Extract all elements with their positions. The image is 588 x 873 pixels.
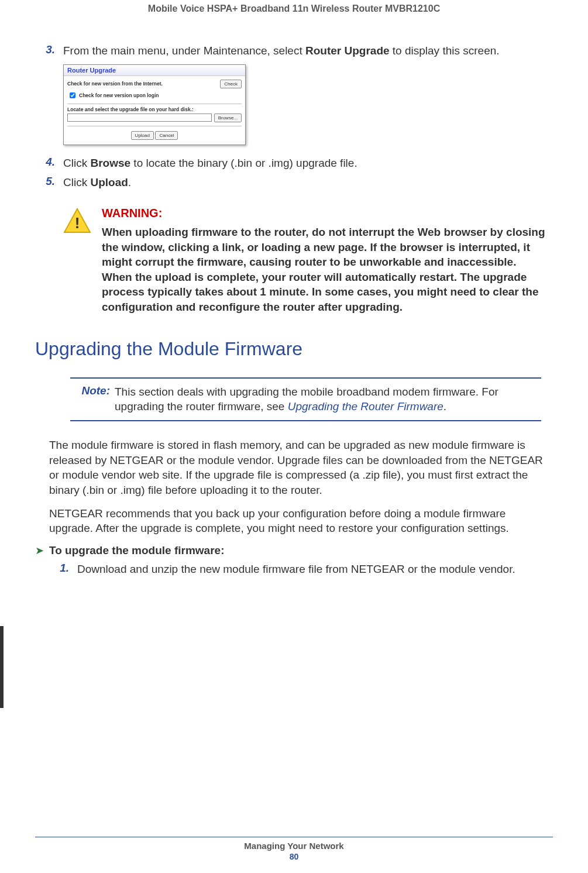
step-b1: 1. Download and unzip the new module fir…: [49, 562, 553, 577]
check-internet-label: Check for new version from the Internet.: [67, 81, 163, 87]
page-header: Mobile Voice HSPA+ Broadband 11n Wireles…: [35, 0, 553, 14]
step-text: Download and unzip the new module firmwa…: [77, 562, 515, 577]
arrow-icon: ➤: [35, 544, 49, 557]
text: .: [128, 176, 131, 188]
check-login-checkbox[interactable]: [70, 92, 75, 98]
text: .: [443, 400, 446, 413]
text: Click: [63, 176, 90, 188]
page-footer: Managing Your Network 80: [35, 837, 553, 861]
step-number: 1.: [49, 562, 77, 577]
text: to display this screen.: [390, 44, 500, 57]
step-4: 4. Click Browse to locate the binary (.b…: [35, 156, 553, 171]
bold: Router Upgrade: [305, 44, 390, 57]
side-tab: [0, 626, 4, 708]
warning-block: ! WARNING: When uploading firmware to th…: [63, 207, 553, 315]
procedure-title: To upgrade the module firmware:: [49, 544, 224, 557]
bold: Browse: [90, 157, 130, 169]
step-text: Click Browse to locate the binary (.bin …: [63, 156, 357, 171]
check-button[interactable]: Check: [220, 80, 242, 88]
warning-title: WARNING:: [102, 207, 553, 220]
step-number: 4.: [35, 156, 63, 171]
footer-page-number: 80: [35, 852, 553, 861]
bold: Upload: [90, 176, 128, 188]
step-number: 5.: [35, 175, 63, 190]
step-3: 3. From the main menu, under Maintenance…: [35, 43, 553, 59]
note-link[interactable]: Upgrading the Router Firmware: [288, 400, 443, 413]
note-text: This section deals with upgrading the mo…: [115, 384, 537, 414]
step-number: 3.: [35, 43, 63, 59]
step-text: Click Upload.: [63, 175, 131, 190]
browse-button[interactable]: Browse...: [214, 114, 242, 122]
router-upgrade-screenshot: Router Upgrade Check for new version fro…: [63, 64, 246, 145]
note-block: Note: This section deals with upgrading …: [70, 377, 541, 421]
locate-label: Locate and select the upgrade file on yo…: [67, 106, 242, 112]
text: Click: [63, 157, 90, 169]
text: to locate the binary (.bin or .img) upgr…: [130, 157, 357, 169]
warning-icon: !: [63, 208, 91, 233]
check-login-label: Check for new version upon login: [79, 92, 159, 98]
warning-text: When uploading firmware to the router, d…: [102, 225, 553, 315]
upload-button[interactable]: Upload: [131, 131, 154, 140]
step-5: 5. Click Upload.: [35, 175, 553, 190]
note-label: Note:: [75, 384, 115, 414]
section-heading: Upgrading the Module Firmware: [35, 338, 553, 360]
svg-text:!: !: [75, 214, 80, 232]
text: From the main menu, under Maintenance, s…: [63, 44, 305, 57]
procedure-heading: ➤ To upgrade the module firmware:: [35, 544, 553, 557]
cancel-button[interactable]: Cancel: [155, 131, 178, 140]
step-text: From the main menu, under Maintenance, s…: [63, 43, 500, 59]
body-paragraph: The module firmware is stored in flash m…: [49, 438, 553, 498]
body-paragraph: NETGEAR recommends that you back up your…: [49, 506, 553, 536]
file-path-input[interactable]: [67, 114, 212, 122]
screenshot-title: Router Upgrade: [64, 65, 245, 76]
footer-section: Managing Your Network: [35, 841, 553, 851]
